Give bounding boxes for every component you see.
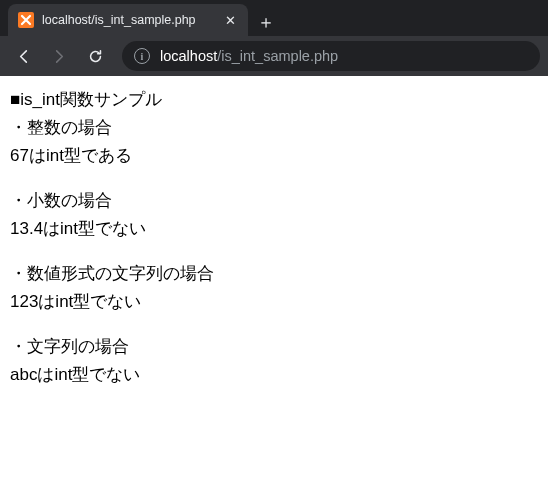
page-content: ■is_int関数サンプル ・整数の場合 67はint型である ・小数の場合 1… — [0, 76, 548, 399]
browser-toolbar: i localhost/is_int_sample.php — [0, 36, 548, 76]
url-path: /is_int_sample.php — [217, 48, 338, 64]
section-label: ・整数の場合 — [10, 114, 538, 142]
url-display: localhost/is_int_sample.php — [160, 48, 338, 64]
section-result: 13.4はint型でない — [10, 215, 538, 243]
browser-title-bar: localhost/is_int_sample.php ✕ ＋ — [0, 0, 548, 36]
arrow-left-icon — [15, 48, 32, 65]
arrow-right-icon — [51, 48, 68, 65]
section-label: ・小数の場合 — [10, 187, 538, 215]
section-result: 123はint型でない — [10, 288, 538, 316]
address-bar[interactable]: i localhost/is_int_sample.php — [122, 41, 540, 71]
page-heading: ■is_int関数サンプル — [10, 86, 538, 114]
section-label: ・数値形式の文字列の場合 — [10, 260, 538, 288]
section-result: 67はint型である — [10, 142, 538, 170]
url-host: localhost — [160, 48, 217, 64]
site-info-icon[interactable]: i — [134, 48, 150, 64]
back-button[interactable] — [8, 41, 38, 71]
tab-close-icon[interactable]: ✕ — [222, 12, 238, 28]
forward-button[interactable] — [44, 41, 74, 71]
new-tab-button[interactable]: ＋ — [252, 8, 280, 36]
tab-title: localhost/is_int_sample.php — [42, 13, 214, 27]
browser-tab[interactable]: localhost/is_int_sample.php ✕ — [8, 4, 248, 36]
reload-icon — [87, 48, 104, 65]
reload-button[interactable] — [80, 41, 110, 71]
section-result: abcはint型でない — [10, 361, 538, 389]
section-label: ・文字列の場合 — [10, 333, 538, 361]
xampp-favicon-icon — [18, 12, 34, 28]
